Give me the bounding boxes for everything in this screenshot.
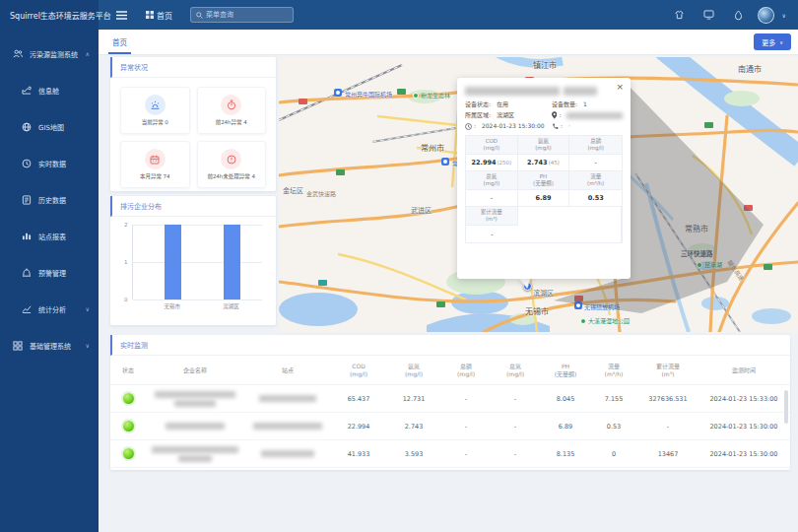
- popup-info: 设备状态: 在用 设备数量: 1 所属区域: 滨湖区 : : 2024-01-2…: [465, 100, 623, 130]
- y-tick: 2: [124, 222, 128, 228]
- map-label-district: 金坛区: [283, 185, 303, 195]
- y-tick: 0: [124, 297, 128, 302]
- table-row[interactable]: 41.933 3.593 - - 8.135 0 13467 2024-01-2…: [110, 440, 790, 468]
- content: 异常状况 当前异常 0 前24h异常 4: [99, 55, 798, 532]
- flame-icon[interactable]: [728, 4, 750, 26]
- table-row[interactable]: 65.437 12.731 - - 8.045 7.155 327636.531…: [110, 385, 790, 413]
- map-label-city: 镇江市: [533, 59, 557, 70]
- map-label-city: 常熟市: [685, 223, 708, 233]
- popup-title-redacted: [465, 87, 623, 96]
- chevron-up-icon: ∧: [86, 50, 90, 57]
- station-name-redacted: [259, 395, 316, 402]
- table-row[interactable]: 22.994 2.743 - - 6.89 0.53 - 2024-01-23 …: [110, 413, 790, 440]
- calendar-icon: [145, 149, 166, 169]
- stopwatch-icon: [221, 95, 241, 115]
- realtime-monitor-title: 实时监测: [110, 335, 790, 356]
- main-area: 首页 更多∨ 异常状况 当前异常 0: [99, 30, 798, 532]
- table-scrollbar[interactable]: [784, 390, 788, 424]
- map-label-road: 金武快速路: [306, 189, 336, 198]
- theme-icon[interactable]: [669, 4, 691, 26]
- history-icon: [22, 195, 32, 205]
- abnormal-status-title: 异常状况: [110, 57, 276, 78]
- siren-icon: [145, 95, 166, 115]
- station-name-redacted: [253, 423, 322, 430]
- stats-icon: [22, 304, 32, 313]
- sidebar-item-info-cabin[interactable]: 信息舱: [0, 72, 99, 108]
- topbar: Squirrel生态环境云服务平台 首页 ∨: [0, 0, 798, 30]
- sidebar-item-station-report[interactable]: 站点报表: [0, 218, 99, 254]
- distribution-chart-card: 排污企业分布 2 1 0 无锡市: [110, 196, 276, 325]
- phone-icon: [552, 123, 559, 130]
- system-icon: [13, 341, 23, 351]
- topbar-actions: ∨: [669, 4, 798, 26]
- map-label-district: 武进区: [411, 205, 432, 215]
- dashboard-icon: [22, 86, 32, 95]
- search-input[interactable]: [206, 11, 285, 19]
- bar-binhu: [224, 225, 240, 299]
- map-label-road: 三环快速路: [681, 248, 713, 258]
- gis-map[interactable]: 镇江市 南通市 常州市 常熟市 无锡市 滨湖区 金坛区 武进区 常州站 常州奔牛…: [279, 57, 798, 332]
- exclamation-circle-icon: [221, 149, 241, 169]
- status-normal-icon: [123, 448, 134, 459]
- abnormal-status-card: 异常状况 当前异常 0 前24h异常 4: [110, 57, 276, 191]
- x-label: 无锡市: [165, 302, 181, 310]
- map-label-park: 大溪港湿地公园: [580, 316, 630, 325]
- park-dot-icon: [697, 262, 702, 268]
- more-button[interactable]: 更多∨: [754, 33, 791, 50]
- clock-icon: [22, 159, 32, 168]
- stat-card-24h-abnormal[interactable]: 前24h异常 4: [197, 87, 267, 134]
- grid-icon: [146, 11, 154, 19]
- map-label-district: 滨湖区: [533, 288, 554, 298]
- chevron-down-icon[interactable]: ∨: [782, 12, 786, 19]
- company-name-redacted: [152, 446, 238, 462]
- close-icon[interactable]: ×: [616, 82, 624, 92]
- hamburger-menu-icon[interactable]: [110, 4, 132, 26]
- search-icon: [196, 12, 203, 19]
- y-tick: 1: [124, 259, 128, 265]
- screen-icon[interactable]: [698, 4, 720, 26]
- report-icon: [22, 232, 32, 240]
- map-label-airport: 无锡硕放机场: [584, 302, 620, 311]
- tab-bar: 首页 更多∨: [99, 30, 798, 55]
- stat-card-24h-unhandled[interactable]: 前24h未处理异常 4: [197, 141, 267, 188]
- pin-icon: [552, 111, 557, 119]
- sidebar-item-gis-map[interactable]: GIS地图: [0, 108, 99, 145]
- bar-wuxi: [165, 225, 181, 299]
- sidebar-group-base-manage[interactable]: 基础管理系统 ∨: [0, 327, 99, 364]
- menu-search[interactable]: [190, 7, 294, 23]
- status-normal-icon: [123, 421, 134, 432]
- sidebar: 污染源监测系统 ∧ 信息舱 GIS地图 实时数据 历史数据 站点报表 预警管理: [0, 30, 99, 532]
- stat-card-month-abnormal[interactable]: 本月异常 74: [120, 141, 190, 188]
- park-dot-icon: [413, 93, 419, 99]
- map-label-city: 南通市: [738, 63, 762, 74]
- sidebar-item-realtime-data[interactable]: 实时数据: [0, 145, 99, 181]
- map-label-airport: 常州奔牛国际机场: [345, 90, 392, 99]
- sidebar-group-pollution-monitor[interactable]: 污染源监测系统 ∧: [0, 35, 99, 72]
- table-header: 状态 企业名称 站点 COD(mg/l) 氨氮(mg/l) 总磷(mg/l) 总…: [110, 356, 790, 385]
- park-dot-icon: [580, 318, 586, 324]
- tab-home[interactable]: 首页: [112, 30, 127, 54]
- globe-icon: [22, 122, 32, 132]
- users-icon: [13, 49, 23, 58]
- left-panel: 异常状况 当前异常 0 前24h异常 4: [110, 57, 276, 325]
- distribution-chart-title: 排污企业分布: [110, 196, 276, 217]
- popup-metrics-table: COD(mg/l) 氨氮(mg/l) 总磷(mg/l) 22.994(250) …: [465, 135, 623, 243]
- bar-chart: 2 1 0 无锡市 滨湖区: [110, 217, 276, 324]
- sidebar-item-history-data[interactable]: 历史数据: [0, 181, 99, 218]
- map-label-lake: 昆承湖: [697, 260, 722, 269]
- map-label-park: 新龙生态林: [413, 91, 450, 100]
- sidebar-item-alert-manage[interactable]: 预警管理: [0, 254, 99, 291]
- chevron-down-icon: ∨: [779, 39, 783, 45]
- stat-card-current-abnormal[interactable]: 当前异常 0: [120, 87, 190, 134]
- chevron-down-icon: ∨: [86, 305, 90, 312]
- sidebar-item-stats-analysis[interactable]: 统计分析 ∨: [0, 291, 99, 327]
- map-label-city: 常州市: [421, 142, 444, 153]
- clock-icon: [465, 123, 472, 130]
- alert-icon: [22, 268, 32, 278]
- app-logo: Squirrel生态环境云服务平台: [0, 0, 99, 30]
- user-avatar[interactable]: [758, 7, 774, 24]
- status-normal-icon: [123, 393, 134, 404]
- station-info-popup: × 设备状态: 在用 设备数量: 1 所属区域: 滨湖区 : : 2024-01…: [457, 78, 631, 279]
- topbar-home-link[interactable]: 首页: [146, 10, 172, 21]
- app-screen: Squirrel生态环境云服务平台 首页 ∨: [0, 0, 798, 532]
